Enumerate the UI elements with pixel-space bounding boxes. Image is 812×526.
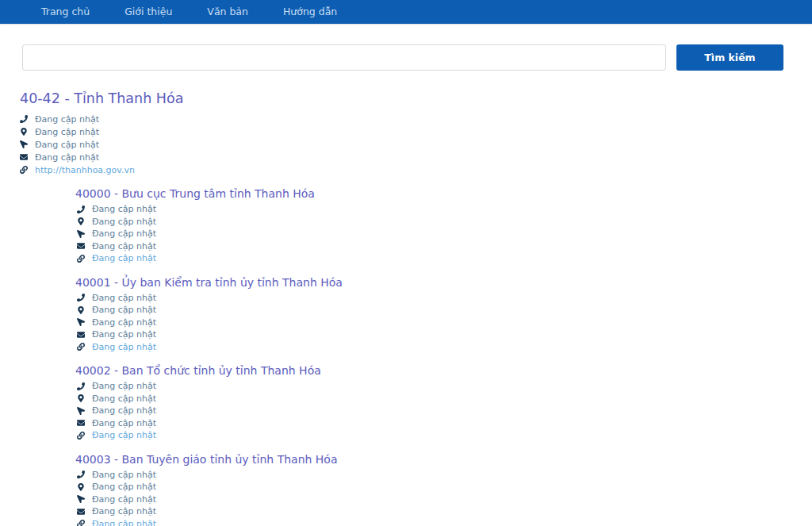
- contact-text: Đang cập nhật: [92, 329, 156, 340]
- contact-text: Đang cập nhật: [92, 418, 156, 428]
- contact-row: Đang cập nhật: [20, 125, 812, 138]
- envelope-icon: [77, 508, 85, 516]
- map-pin-icon: [77, 483, 85, 491]
- contact-row: Đang cập nhật: [77, 341, 812, 354]
- contact-row: Đang cập nhật: [77, 429, 812, 442]
- contact-text: Đang cập nhật: [92, 228, 156, 239]
- nav-item-documents[interactable]: Văn bản: [190, 0, 266, 24]
- location-arrow-icon: [77, 318, 85, 326]
- nav-item-home[interactable]: Trang chủ: [24, 0, 107, 24]
- contact-text: Đang cập nhật: [92, 405, 156, 416]
- nav-item-guide[interactable]: Hướng dẫn: [266, 0, 354, 24]
- office-entry: 40002 - Ban Tổ chức tỉnh ủy tỉnh Thanh H…: [75, 363, 812, 442]
- contact-row: Đang cập nhật: [77, 292, 812, 305]
- contact-row: Đang cập nhật: [77, 469, 812, 482]
- contact-row: Đang cập nhật: [77, 380, 812, 393]
- contact-row: Đang cập nhật: [77, 505, 812, 518]
- contact-text: Đang cập nhật: [35, 127, 99, 137]
- location-arrow-icon: [77, 495, 85, 503]
- contact-text: Đang cập nhật: [92, 204, 156, 214]
- contact-text: Đang cập nhật: [92, 217, 156, 227]
- link-icon: [20, 166, 28, 174]
- office-title[interactable]: 40001 - Ủy ban Kiểm tra tỉnh ủy tỉnh Tha…: [75, 275, 812, 290]
- contact-row: Đang cập nhật: [20, 138, 812, 151]
- contact-row: http://thanhhoa.gov.vn: [20, 163, 812, 176]
- contact-text: Đang cập nhật: [92, 470, 156, 480]
- envelope-icon: [20, 153, 28, 161]
- province-header: 40-42 - Tỉnh Thanh Hóa Đang cập nhậtĐang…: [20, 90, 812, 176]
- nav-item-about[interactable]: Giới thiệu: [107, 0, 190, 24]
- contact-link[interactable]: Đang cập nhật: [92, 519, 156, 526]
- link-icon: [77, 432, 85, 440]
- phone-icon: [77, 294, 85, 301]
- contact-row: Đang cập nhật: [77, 417, 812, 430]
- contact-text: Đang cập nhật: [92, 241, 156, 251]
- contact-row: Đang cập nhật: [77, 393, 812, 405]
- phone-icon: [20, 115, 28, 123]
- search-input[interactable]: [22, 44, 666, 71]
- contact-row: Đang cập nhật: [77, 228, 812, 240]
- contact-text: Đang cập nhật: [92, 381, 156, 391]
- top-nav: Trang chủ Giới thiệu Văn bản Hướng dẫn: [0, 0, 812, 24]
- contact-link[interactable]: Đang cập nhật: [92, 342, 156, 352]
- phone-icon: [77, 205, 85, 213]
- link-icon: [77, 520, 85, 526]
- contact-row: Đang cập nhật: [77, 252, 812, 265]
- contact-text: Đang cập nhật: [92, 293, 156, 303]
- province-title: 40-42 - Tỉnh Thanh Hóa: [20, 90, 812, 107]
- phone-icon: [77, 470, 85, 478]
- contact-row: Đang cập nhật: [77, 328, 812, 341]
- contact-link[interactable]: http://thanhhoa.gov.vn: [35, 165, 135, 175]
- contact-text: Đang cập nhật: [92, 317, 156, 328]
- office-list: 40000 - Bưu cục Trung tâm tỉnh Thanh Hóa…: [75, 186, 812, 526]
- contact-text: Đang cập nhật: [92, 482, 156, 492]
- office-entry: 40000 - Bưu cục Trung tâm tỉnh Thanh Hóa…: [75, 186, 812, 265]
- contact-text: Đang cập nhật: [35, 114, 99, 125]
- contact-link[interactable]: Đang cập nhật: [92, 430, 156, 440]
- contact-row: Đang cập nhật: [77, 203, 812, 216]
- map-pin-icon: [77, 217, 85, 225]
- location-arrow-icon: [77, 230, 85, 238]
- location-arrow-icon: [20, 140, 28, 148]
- contact-text: Đang cập nhật: [92, 394, 156, 404]
- search-button[interactable]: Tìm kiếm: [676, 44, 783, 71]
- envelope-icon: [77, 419, 85, 427]
- link-icon: [77, 255, 85, 263]
- phone-icon: [77, 382, 85, 390]
- contact-text: Đang cập nhật: [92, 494, 156, 505]
- contact-row: Đang cập nhật: [20, 151, 812, 163]
- office-title[interactable]: 40002 - Ban Tổ chức tỉnh ủy tỉnh Thanh H…: [75, 363, 812, 378]
- envelope-icon: [77, 242, 85, 250]
- office-title[interactable]: 40000 - Bưu cục Trung tâm tỉnh Thanh Hóa: [75, 186, 812, 202]
- map-pin-icon: [77, 306, 85, 314]
- contact-row: Đang cập nhật: [77, 317, 812, 329]
- contact-row: Đang cập nhật: [20, 113, 812, 125]
- office-entry: 40003 - Ban Tuyên giáo tỉnh ủy tỉnh Than…: [75, 451, 812, 526]
- contact-row: Đang cập nhật: [77, 481, 812, 493]
- link-icon: [77, 343, 85, 351]
- map-pin-icon: [77, 394, 85, 402]
- contact-text: Đang cập nhật: [35, 152, 99, 163]
- contact-row: Đang cập nhật: [77, 216, 812, 228]
- map-pin-icon: [20, 128, 28, 136]
- office-entry: 40001 - Ủy ban Kiểm tra tỉnh ủy tỉnh Tha…: [75, 275, 812, 354]
- contact-link[interactable]: Đang cập nhật: [92, 253, 156, 263]
- contact-text: Đang cập nhật: [92, 506, 156, 516]
- contact-row: Đang cập nhật: [77, 518, 812, 526]
- contact-text: Đang cập nhật: [92, 305, 156, 315]
- contact-text: Đang cập nhật: [35, 140, 99, 150]
- province-contact-list: Đang cập nhậtĐang cập nhậtĐang cập nhậtĐ…: [20, 113, 812, 176]
- search-bar: Tìm kiếm: [22, 44, 783, 71]
- envelope-icon: [77, 331, 85, 339]
- location-arrow-icon: [77, 407, 85, 415]
- contact-row: Đang cập nhật: [77, 493, 812, 506]
- contact-row: Đang cập nhật: [77, 240, 812, 253]
- contact-row: Đang cập nhật: [77, 304, 812, 317]
- office-title[interactable]: 40003 - Ban Tuyên giáo tỉnh ủy tỉnh Than…: [75, 451, 812, 467]
- contact-row: Đang cập nhật: [77, 405, 812, 417]
